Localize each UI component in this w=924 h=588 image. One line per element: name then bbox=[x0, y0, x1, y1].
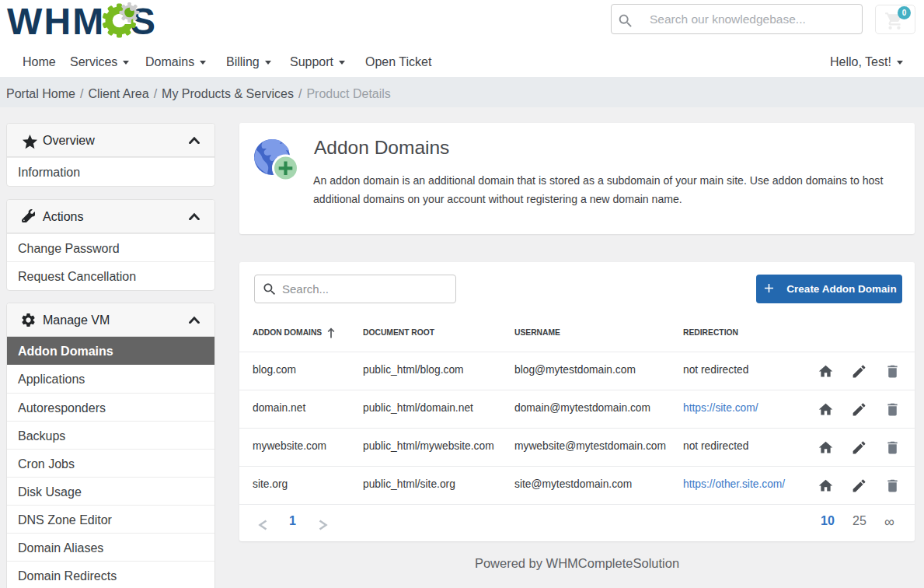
svg-text:WHM: WHM bbox=[7, 1, 106, 42]
